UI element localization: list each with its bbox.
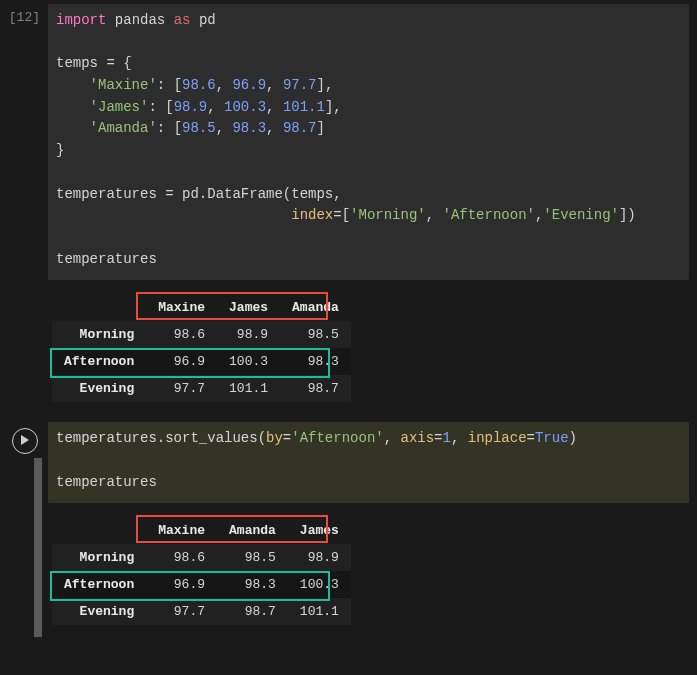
cell-body: import pandas as pd temps = { 'Maxine': …: [46, 4, 697, 414]
keyword-import: import: [56, 12, 106, 28]
code-cell-2: temperatures.sort_values(by='Afternoon',…: [0, 422, 697, 637]
col-header: James: [217, 294, 280, 321]
table-row: Afternoon 96.9 98.3 100.3: [52, 571, 351, 598]
col-header: Amanda: [217, 517, 288, 544]
cell-gutter: [0, 422, 46, 637]
cell-focus-bar: [34, 458, 42, 637]
table-row: Afternoon 96.9 100.3 98.3: [52, 348, 351, 375]
dataframe-table-2: Maxine Amanda James Morning 98.6 98.5 98…: [52, 517, 351, 625]
table-row: Morning 98.6 98.9 98.5: [52, 321, 351, 348]
cell-output-1: Maxine James Amanda Morning 98.6 98.9 98…: [48, 280, 689, 414]
run-cell-button[interactable]: [12, 428, 38, 454]
cell-gutter: [12]: [0, 4, 46, 414]
var-temps: temps: [56, 55, 98, 71]
cell-body: temperatures.sort_values(by='Afternoon',…: [46, 422, 697, 637]
code-cell-1: [12] import pandas as pd temps = { 'Maxi…: [0, 4, 697, 414]
module-name: pandas: [115, 12, 165, 28]
code-editor[interactable]: import pandas as pd temps = { 'Maxine': …: [48, 4, 689, 280]
cell-output-2: Maxine Amanda James Morning 98.6 98.5 98…: [48, 503, 689, 637]
keyword-as: as: [174, 12, 191, 28]
execution-count: [12]: [9, 10, 40, 25]
col-header: Maxine: [146, 517, 217, 544]
col-header: Amanda: [280, 294, 351, 321]
notebook: [12] import pandas as pd temps = { 'Maxi…: [0, 0, 697, 649]
col-header: James: [288, 517, 351, 544]
col-header: Maxine: [146, 294, 217, 321]
table-row: Morning 98.6 98.5 98.9: [52, 544, 351, 571]
code-editor[interactable]: temperatures.sort_values(by='Afternoon',…: [48, 422, 689, 503]
dataframe-table-1: Maxine James Amanda Morning 98.6 98.9 98…: [52, 294, 351, 402]
alias: pd: [199, 12, 216, 28]
table-row: Evening 97.7 98.7 101.1: [52, 598, 351, 625]
play-icon: [20, 434, 30, 449]
table-row: Evening 97.7 101.1 98.7: [52, 375, 351, 402]
